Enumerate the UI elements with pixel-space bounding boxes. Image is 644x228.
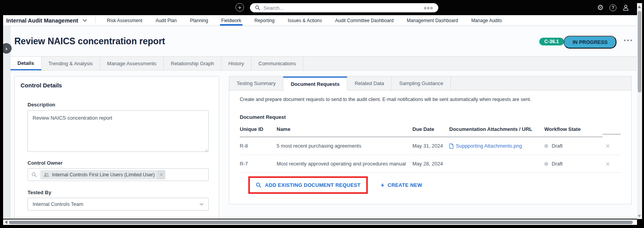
remove-row-icon[interactable]: × bbox=[606, 160, 621, 168]
scroll-left-arrow-icon[interactable] bbox=[5, 220, 7, 224]
workflow-status-badge[interactable]: IN PROGRESS bbox=[564, 36, 616, 49]
nav-item-audit-plan[interactable]: Audit Plan bbox=[149, 15, 184, 26]
cell-unique-id: R-8 bbox=[240, 143, 277, 149]
vertical-scrollbar[interactable] bbox=[637, 3, 642, 219]
control-owner-input[interactable]: Internal Controls First Line Users (Limi… bbox=[28, 168, 209, 181]
tested-by-label: Tested By bbox=[28, 190, 51, 195]
control-owner-label: Control Owner bbox=[28, 160, 62, 166]
document-requests-card: Testing Summary Document Requests Relate… bbox=[229, 76, 632, 204]
nav-item-reporting[interactable]: Reporting bbox=[248, 15, 281, 26]
horizontal-scrollbar[interactable] bbox=[3, 219, 637, 225]
topbar: + Search... ooo ⚙ ? bbox=[0, 0, 644, 15]
header-due-date: Due Date bbox=[412, 123, 449, 137]
nav-item-risk-assessment[interactable]: Risk Assessment bbox=[100, 15, 149, 26]
header-unique-id: Unique ID bbox=[240, 123, 277, 137]
control-owner-chip: Internal Controls First Line Users (Limi… bbox=[40, 170, 165, 179]
scroll-down-arrow-icon[interactable] bbox=[638, 215, 641, 218]
app-window: + Search... ooo ⚙ ? Internal Audit Manag… bbox=[0, 0, 644, 228]
document-requests-intro: Create and prepare document requests to … bbox=[240, 97, 621, 102]
workflow-state-label: Draft bbox=[552, 161, 563, 167]
tab-history[interactable]: History bbox=[222, 57, 251, 70]
search-placeholder: Search... bbox=[263, 5, 284, 11]
control-details-card: Control Details Description Review NAICS… bbox=[14, 76, 219, 219]
tab-document-requests[interactable]: Document Requests bbox=[283, 77, 347, 91]
app-switcher[interactable]: Internal Audit Management bbox=[3, 15, 91, 26]
header-attachments: Documentation Attachments / URL bbox=[449, 123, 544, 137]
group-users-icon bbox=[43, 172, 49, 177]
app-title: Internal Audit Management bbox=[6, 17, 78, 24]
app-navbar: Internal Audit Management Risk Assessmen… bbox=[3, 15, 637, 26]
search-icon bbox=[31, 172, 37, 178]
more-options-icon[interactable]: ••• bbox=[624, 37, 634, 44]
document-request-section-title: Document Request bbox=[240, 114, 631, 120]
nav-item-issues-actions[interactable]: Issues & Actions bbox=[281, 15, 329, 26]
horizontal-scroll-thumb[interactable] bbox=[9, 221, 633, 224]
cell-workflow-state: Draft bbox=[544, 143, 602, 149]
tab-details[interactable]: Details bbox=[10, 57, 42, 70]
description-label: Description bbox=[28, 102, 55, 108]
collapsed-side-panel bbox=[3, 26, 10, 219]
chevron-down-icon bbox=[199, 203, 204, 206]
tested-by-select[interactable]: Internal Controls Team bbox=[28, 198, 209, 211]
cell-due-date: May 28, 2024 bbox=[412, 161, 449, 167]
cell-name: Most recently approved operating and pro… bbox=[277, 161, 412, 167]
tested-by-value: Internal Controls Team bbox=[33, 201, 83, 207]
cell-due-date: May 31, 2024 bbox=[412, 143, 449, 149]
tab-communications[interactable]: Communications bbox=[251, 57, 303, 70]
add-existing-document-request-button[interactable]: ADD EXISTING DOCUMENT REQUEST bbox=[250, 178, 366, 192]
tab-testing-summary[interactable]: Testing Summary bbox=[229, 77, 283, 90]
draft-state-dot bbox=[544, 162, 548, 166]
workflow-state-label: Draft bbox=[552, 143, 563, 149]
tab-sampling-guidance[interactable]: Sampling Guidance bbox=[392, 77, 451, 90]
table-actions-row: ADD EXISTING DOCUMENT REQUEST + CREATE N… bbox=[240, 176, 631, 194]
tab-relationship-graph[interactable]: Relationship Graph bbox=[164, 57, 221, 70]
cell-workflow-state: Draft bbox=[544, 161, 602, 167]
nav-item-manage-audits[interactable]: Manage Audits bbox=[465, 15, 509, 26]
remove-row-icon[interactable]: × bbox=[606, 142, 621, 150]
table-row: R-8 5 most recent purchasing agreements … bbox=[240, 137, 621, 155]
file-icon bbox=[449, 143, 454, 149]
nav-item-management-dashboard[interactable]: Management Dashboard bbox=[400, 15, 465, 26]
quick-add-icon[interactable]: + bbox=[235, 3, 244, 12]
chevron-down-icon bbox=[83, 19, 87, 22]
control-owner-chip-label: Internal Controls First Line Users (Limi… bbox=[52, 172, 155, 178]
header-workflow-state: Workflow State bbox=[544, 123, 602, 137]
fieldwork-sub-tabs: Testing Summary Document Requests Relate… bbox=[229, 77, 631, 91]
page-title: Review NAICS concentration report bbox=[14, 36, 165, 47]
user-profile-icon[interactable] bbox=[622, 4, 629, 11]
attachment-link[interactable]: Suppporting Attachments.png bbox=[449, 143, 544, 149]
header-name: Name bbox=[277, 123, 412, 137]
table-row: R-7 Most recently approved operating and… bbox=[240, 155, 621, 173]
nav-divider bbox=[95, 17, 96, 24]
cell-unique-id: R-7 bbox=[240, 161, 277, 167]
cell-name: 5 most recent purchasing agreements bbox=[277, 143, 412, 149]
nav-item-audit-committee-dashboard[interactable]: Audit Committee Dashboard bbox=[329, 15, 400, 26]
tab-manage-assessments[interactable]: Manage Assessments bbox=[100, 57, 164, 70]
global-search-input[interactable]: Search... ooo bbox=[250, 3, 438, 12]
search-icon bbox=[255, 5, 260, 10]
nav-item-planning[interactable]: Planning bbox=[184, 15, 215, 26]
plus-icon: + bbox=[381, 182, 384, 189]
scroll-up-arrow-icon[interactable] bbox=[638, 5, 641, 8]
draft-state-dot bbox=[544, 144, 548, 148]
add-existing-label: ADD EXISTING DOCUMENT REQUEST bbox=[265, 182, 360, 188]
search-options-icon[interactable]: ooo bbox=[424, 6, 433, 10]
document-request-table: Unique ID Name Due Date Documentation At… bbox=[240, 123, 621, 173]
chip-remove-icon[interactable]: × bbox=[158, 170, 165, 179]
attachment-filename: Suppporting Attachments.png bbox=[456, 143, 522, 149]
nav-item-fieldwork[interactable]: Fieldwork bbox=[215, 15, 248, 26]
header-spacer bbox=[602, 126, 621, 134]
create-new-label: CREATE NEW bbox=[388, 182, 422, 188]
record-tabs: Details Trending & Analysis Manage Asses… bbox=[10, 56, 637, 71]
unique-id-badge: C-36.1 bbox=[539, 38, 564, 45]
create-new-button[interactable]: + CREATE NEW bbox=[381, 182, 422, 189]
help-icon[interactable]: ? bbox=[609, 4, 616, 11]
description-textarea[interactable]: Review NAICS concentration report bbox=[28, 110, 209, 152]
vertical-scroll-thumb[interactable] bbox=[638, 11, 641, 92]
settings-gear-icon[interactable]: ⚙ bbox=[597, 4, 604, 11]
annotation-red-box: ADD EXISTING DOCUMENT REQUEST bbox=[248, 176, 368, 194]
topbar-icon-group: ⚙ ? bbox=[597, 0, 629, 15]
tab-trending-analysis[interactable]: Trending & Analysis bbox=[42, 57, 100, 70]
tab-related-data[interactable]: Related Data bbox=[347, 77, 392, 90]
control-details-heading: Control Details bbox=[21, 82, 62, 89]
